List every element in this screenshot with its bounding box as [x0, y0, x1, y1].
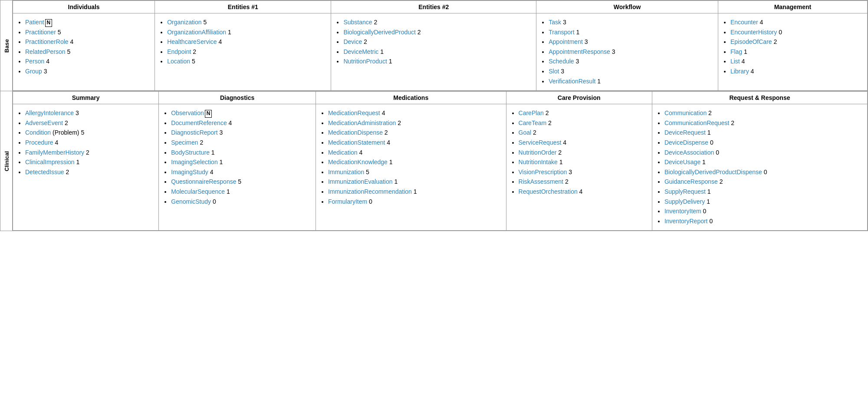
- item-link-inventoryitem[interactable]: InventoryItem: [664, 208, 701, 215]
- item-count: 3: [74, 109, 79, 116]
- item-link-endpoint[interactable]: Endpoint: [167, 48, 191, 55]
- item-link-medicationrequest[interactable]: MedicationRequest: [328, 109, 380, 116]
- item-link-substance[interactable]: Substance: [343, 19, 372, 26]
- item-link-genomicstudy[interactable]: GenomicStudy: [171, 198, 211, 205]
- item-link-encounter[interactable]: Encounter: [730, 19, 758, 26]
- item-link-inventoryreport[interactable]: InventoryReport: [664, 218, 708, 225]
- item-link-observation[interactable]: Observation: [171, 109, 204, 116]
- item-link-verificationresult[interactable]: VerificationResult: [549, 78, 595, 85]
- item-link-flag[interactable]: Flag: [730, 48, 742, 55]
- item-link-supplyrequest[interactable]: SupplyRequest: [664, 188, 706, 195]
- item-link-medicationdispense[interactable]: MedicationDispense: [328, 129, 383, 136]
- item-link-visionprescription[interactable]: VisionPrescription: [519, 169, 567, 175]
- item-link-communication[interactable]: Communication: [664, 109, 707, 116]
- list-item: Task 3: [549, 18, 713, 27]
- item-link-imagingstudy[interactable]: ImagingStudy: [171, 169, 208, 175]
- item-link-transport[interactable]: Transport: [549, 29, 574, 36]
- item-link-person[interactable]: Person: [25, 58, 44, 65]
- item-link-familymemberhistory[interactable]: FamilyMemberHistory: [25, 149, 84, 156]
- item-link-allergyintolerance[interactable]: AllergyIntolerance: [25, 109, 74, 116]
- item-link-location[interactable]: Location: [167, 58, 190, 65]
- item-link-device[interactable]: Device: [343, 38, 362, 45]
- item-link-deviceassociation[interactable]: DeviceAssociation: [664, 149, 714, 156]
- item-link-organizationaffiliation[interactable]: OrganizationAffiliation: [167, 29, 226, 36]
- list-item: RiskAssessment 2: [519, 178, 648, 186]
- item-link-appointmentresponse[interactable]: AppointmentResponse: [549, 48, 610, 55]
- item-link-questionnaireresponse[interactable]: QuestionnaireResponse: [171, 178, 236, 185]
- col-header-care-provision: Care Provision: [506, 92, 652, 104]
- item-count: 5: [202, 19, 207, 26]
- item-link-encounterhistory[interactable]: EncounterHistory: [730, 29, 777, 36]
- item-link-condition[interactable]: Condition: [25, 129, 51, 136]
- item-link-episodeofcare[interactable]: EpisodeOfCare: [730, 38, 772, 45]
- item-link-molecularsequence[interactable]: MolecularSequence: [171, 188, 225, 195]
- item-link-immunization[interactable]: Immunization: [328, 169, 364, 175]
- list-item: DetectedIssue 2: [25, 168, 154, 177]
- item-link-careplan[interactable]: CarePlan: [519, 109, 544, 116]
- item-link-medicationknowledge[interactable]: MedicationKnowledge: [328, 159, 388, 165]
- item-link-procedure[interactable]: Procedure: [25, 139, 53, 146]
- item-link-guidanceresponse[interactable]: GuidanceResponse: [664, 178, 718, 185]
- item-link-nutritionproduct[interactable]: NutritionProduct: [343, 58, 387, 65]
- new-badge: N: [205, 110, 212, 118]
- item-link-biologicallyderivedproductdispense[interactable]: BiologicallyDerivedProductDispense: [664, 169, 762, 175]
- item-count: 4: [385, 139, 390, 146]
- item-link-practitioner[interactable]: Practitioner: [25, 29, 56, 36]
- list-item: NutritionOrder 2: [519, 149, 648, 157]
- item-link-schedule[interactable]: Schedule: [549, 58, 574, 65]
- item-link-immunizationrecommendation[interactable]: ImmunizationRecommendation: [328, 188, 412, 195]
- item-link-devicedispense[interactable]: DeviceDispense: [664, 139, 708, 146]
- item-count: 4: [358, 149, 363, 156]
- item-link-list[interactable]: List: [730, 58, 740, 65]
- item-link-medicationadministration[interactable]: MedicationAdministration: [328, 119, 396, 126]
- item-link-servicerequest[interactable]: ServiceRequest: [519, 139, 562, 146]
- item-link-devicerequest[interactable]: DeviceRequest: [664, 129, 706, 136]
- item-link-appointment[interactable]: Appointment: [549, 38, 583, 45]
- item-count: 1: [558, 159, 563, 165]
- list-item: DeviceRequest 1: [664, 129, 863, 137]
- item-link-medicationstatement[interactable]: MedicationStatement: [328, 139, 385, 146]
- item-link-deviceusage[interactable]: DeviceUsage: [664, 159, 700, 165]
- item-link-communicationrequest[interactable]: CommunicationRequest: [664, 119, 729, 126]
- item-count: 1: [226, 29, 231, 36]
- item-link-nutritionorder[interactable]: NutritionOrder: [519, 149, 557, 156]
- item-link-group[interactable]: Group: [25, 68, 42, 75]
- item-count: 1: [387, 58, 392, 65]
- list-item: ImmunizationEvaluation 1: [328, 178, 502, 186]
- item-link-diagnosticreport[interactable]: DiagnosticReport: [171, 129, 217, 136]
- item-link-requestorchestration[interactable]: RequestOrchestration: [519, 188, 578, 195]
- list-item: MedicationStatement 4: [328, 139, 502, 147]
- item-link-relatedperson[interactable]: RelatedPerson: [25, 48, 66, 55]
- item-link-goal[interactable]: Goal: [519, 129, 532, 136]
- item-link-imagingselection[interactable]: ImagingSelection: [171, 159, 217, 165]
- list-item: AdverseEvent 2: [25, 119, 154, 128]
- item-link-biologicallyderivedproduct[interactable]: BiologicallyDerivedProduct: [343, 29, 416, 36]
- item-link-documentreference[interactable]: DocumentReference: [171, 119, 227, 126]
- list-item: Condition (Problem) 5: [25, 129, 154, 137]
- item-link-careteam[interactable]: CareTeam: [519, 119, 547, 126]
- item-link-organization[interactable]: Organization: [167, 19, 201, 26]
- item-link-nutritionintake[interactable]: NutritionIntake: [519, 159, 558, 165]
- item-link-bodystructure[interactable]: BodyStructure: [171, 149, 210, 156]
- list-item: DeviceUsage 1: [664, 158, 863, 167]
- list-item: DeviceMetric 1: [343, 48, 532, 56]
- item-link-slot[interactable]: Slot: [549, 68, 559, 75]
- item-link-healthcareservice[interactable]: HealthcareService: [167, 38, 217, 45]
- item-link-task[interactable]: Task: [549, 19, 561, 26]
- item-count: 4: [380, 109, 385, 116]
- item-link-adverseevent[interactable]: AdverseEvent: [25, 119, 63, 126]
- item-link-formularyitem[interactable]: FormularyItem: [328, 198, 367, 205]
- item-link-specimen[interactable]: Specimen: [171, 139, 198, 146]
- item-link-immunizationevaluation[interactable]: ImmunizationEvaluation: [328, 178, 393, 185]
- item-link-library[interactable]: Library: [730, 68, 749, 75]
- item-link-riskassessment[interactable]: RiskAssessment: [519, 178, 563, 185]
- list-item: PatientN: [25, 18, 150, 27]
- item-link-supplydelivery[interactable]: SupplyDelivery: [664, 198, 705, 205]
- item-link-detectedissue[interactable]: DetectedIssue: [25, 169, 64, 175]
- item-count: 4: [561, 139, 566, 146]
- item-link-medication[interactable]: Medication: [328, 149, 358, 156]
- item-link-clinicalimpression[interactable]: ClinicalImpression: [25, 159, 75, 165]
- item-link-practitionerrole[interactable]: PractitionerRole: [25, 38, 69, 45]
- item-link-patient[interactable]: Patient: [25, 19, 44, 26]
- item-link-devicemetric[interactable]: DeviceMetric: [343, 48, 378, 55]
